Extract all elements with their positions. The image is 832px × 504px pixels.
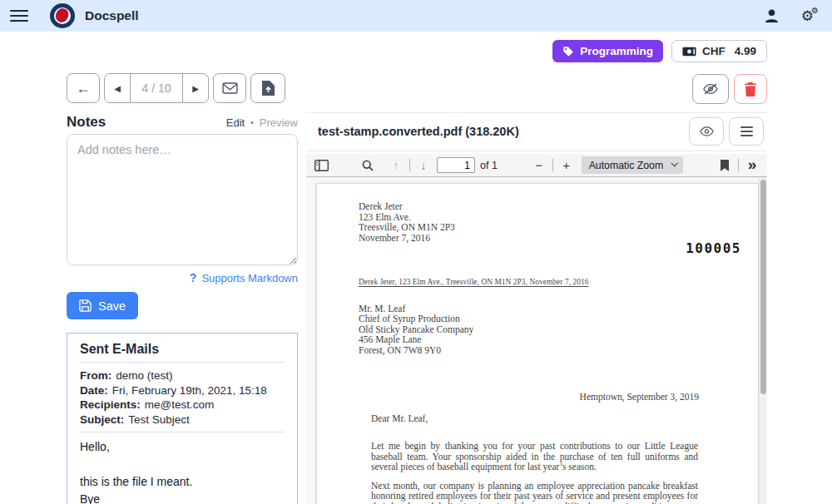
hide-preview-button[interactable]	[692, 74, 729, 104]
notes-preview-tab[interactable]: Preview	[260, 116, 298, 129]
badge-row: Programming CHF 4.99	[67, 40, 767, 62]
stamp-number: 100005	[686, 244, 741, 254]
notes-textarea[interactable]	[67, 134, 298, 265]
email-field-date: Date:Fri, February 19th, 2021, 15:18	[80, 383, 285, 398]
currency-amount: 4.99	[735, 45, 756, 57]
letter-paragraph: Next month, our company is planning an e…	[371, 481, 698, 504]
question-mark-icon: ?	[190, 271, 197, 284]
sent-emails-title: Sent E-Mails	[80, 342, 285, 362]
currency-label: CHF	[702, 45, 726, 57]
toolbar-separator	[738, 159, 739, 171]
sidebar-toggle-button[interactable]	[311, 156, 331, 175]
email-field-recipients: Recipients:me@test.com	[80, 398, 285, 413]
bookmark-icon[interactable]	[715, 156, 735, 175]
item-position-indicator: 4 / 10	[130, 74, 183, 102]
letter-sender-block: Derek Jeter 123 Elm Ave. Treesville, ON …	[359, 201, 758, 243]
prev-item-button[interactable]: ◀	[105, 74, 130, 102]
save-button-label: Save	[98, 299, 126, 313]
recipient-line: Mr. M. Leaf	[359, 304, 758, 314]
sender-line: Treesville, ON M1N 2P3	[359, 222, 758, 233]
letter-reference-line: Derek Jeter, 123 Elm Ave., Treesville, O…	[359, 277, 758, 288]
toolbar-separator	[409, 159, 410, 171]
email-field-label: Date:	[80, 384, 108, 397]
email-field-subject: Subject:Test Subject	[80, 413, 285, 427]
recipient-line: Old Sticky Pancake Company	[359, 324, 758, 335]
markdown-hint-link[interactable]: ? Supports Markdown	[67, 271, 298, 284]
settings-gears-icon[interactable]: ⚙⚙	[801, 9, 814, 23]
tag-badge-label: Programming	[580, 45, 653, 57]
trash-icon	[745, 82, 756, 96]
email-field-label: Recipients:	[80, 398, 141, 411]
eye-icon	[699, 126, 715, 137]
item-pager: ◀ 4 / 10 ▶	[104, 73, 209, 103]
recipient-line: Forest, ON 7W8 9Y0	[359, 345, 758, 356]
email-field-from: From:demo (test)	[80, 368, 285, 383]
pdf-scrollbar-thumb[interactable]	[760, 180, 766, 394]
notes-edit-tab[interactable]: Edit	[226, 116, 245, 129]
recipient-line: Chief of Syrup Production	[359, 314, 758, 324]
file-menu-button[interactable]	[729, 117, 764, 146]
delete-item-button[interactable]	[734, 74, 767, 104]
save-button[interactable]: Save	[67, 292, 138, 319]
chevron-down-icon	[671, 160, 678, 166]
email-field-label: Subject:	[80, 413, 124, 426]
zoom-level-select[interactable]: Automatic Zoom	[582, 156, 684, 174]
letter-paragraph: Let me begin by thanking you for your pa…	[371, 441, 698, 472]
email-field-value: Fri, February 19th, 2021, 15:18	[112, 384, 267, 397]
markdown-hint-label: Supports Markdown	[201, 272, 298, 284]
docspell-logo	[50, 3, 75, 28]
pdf-scrollbar[interactable]	[759, 177, 766, 504]
pdf-panel: test-stamp.converted.pdf (318.20K)	[306, 112, 767, 504]
email-body-line: Bye	[80, 491, 285, 504]
previous-page-button[interactable]: ↑	[386, 156, 406, 175]
zoom-level-value: Automatic Zoom	[589, 160, 664, 171]
sender-line: 123 Elm Ave.	[359, 212, 758, 223]
zoom-in-button[interactable]: +	[557, 156, 577, 175]
email-field-value: Test Subject	[128, 413, 190, 426]
next-item-button[interactable]: ▶	[183, 74, 208, 102]
page-number-input[interactable]	[437, 157, 475, 173]
back-arrow-button[interactable]: ←	[67, 73, 100, 103]
search-icon[interactable]	[358, 156, 378, 175]
recipient-line: 456 Maple Lane	[359, 334, 758, 345]
back-arrow-icon: ←	[76, 80, 91, 97]
user-icon[interactable]	[764, 8, 780, 24]
email-field-value: demo (test)	[116, 369, 172, 382]
pdf-viewer: Derek Jeter 123 Elm Ave. Treesville, ON …	[306, 177, 767, 504]
sender-line: Derek Jeter	[359, 201, 758, 212]
letter-recipient-block: Mr. M. Leaf Chief of Syrup Production Ol…	[359, 304, 758, 356]
email-body-line	[80, 456, 285, 473]
item-nav-row: ← ◀ 4 / 10 ▶	[67, 73, 298, 103]
send-mail-button[interactable]	[213, 73, 246, 103]
zoom-out-button[interactable]: −	[529, 156, 549, 175]
notes-title: Notes	[67, 114, 106, 131]
tag-badge[interactable]: Programming	[552, 40, 663, 62]
eye-slash-icon	[702, 82, 719, 96]
tab-separator: •	[250, 118, 254, 127]
page-count-label: of 1	[480, 160, 498, 171]
pdf-file-title: test-stamp.converted.pdf (318.20K)	[318, 125, 519, 138]
letter-salutation: Dear Mr. Leaf,	[371, 413, 758, 424]
money-icon	[682, 47, 696, 57]
more-tools-button[interactable]: »	[742, 156, 762, 175]
item-actions-row	[306, 74, 767, 104]
currency-badge[interactable]: CHF 4.99	[671, 40, 767, 62]
caret-left-icon: ◀	[114, 84, 121, 93]
topbar: Docspell ⚙⚙	[0, 0, 832, 32]
floppy-disk-icon	[79, 299, 92, 312]
pdf-toolbar: ↑ ↓ of 1 − + Automatic Zoom	[306, 154, 767, 177]
sent-emails-card: Sent E-Mails From:demo (test) Date:Fri, …	[67, 333, 298, 504]
email-field-label: From:	[80, 369, 111, 382]
menu-icon	[740, 126, 753, 136]
hamburger-menu-icon[interactable]	[10, 10, 28, 22]
email-body-line: this is the file I meant.	[80, 473, 285, 491]
pdf-page: Derek Jeter 123 Elm Ave. Treesville, ON …	[316, 183, 759, 504]
view-file-button[interactable]	[689, 117, 724, 146]
add-file-button[interactable]	[250, 73, 285, 103]
email-field-value: me@test.com	[145, 398, 214, 411]
email-body-line: Hello,	[80, 438, 285, 456]
next-page-button[interactable]: ↓	[414, 156, 433, 175]
letter-dateline: Hemptown, September 3, 2019	[317, 392, 758, 403]
tag-icon	[562, 46, 574, 57]
toolbar-separator	[552, 159, 553, 171]
